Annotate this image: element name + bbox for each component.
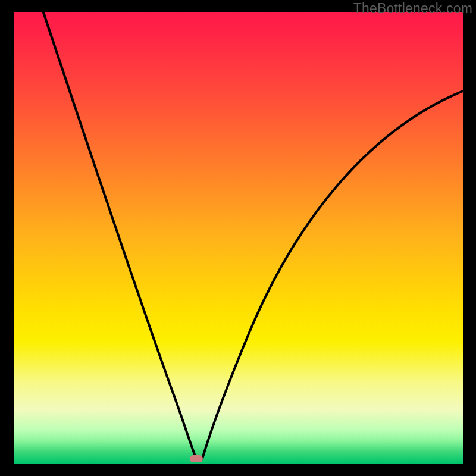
chart-frame: TheBottleneck.com [0, 0, 476, 476]
watermark-text: TheBottleneck.com [353, 1, 472, 17]
plot-area [14, 12, 463, 464]
curve-path [43, 12, 463, 459]
minimum-marker [190, 455, 203, 462]
bottleneck-curve [14, 12, 463, 464]
